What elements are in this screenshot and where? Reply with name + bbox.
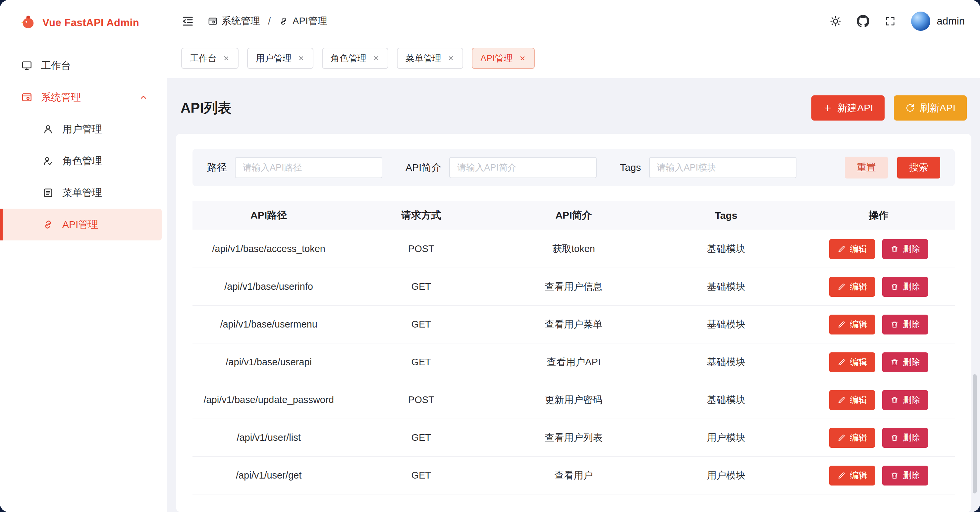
pencil-icon xyxy=(837,320,846,329)
tab-close-icon[interactable] xyxy=(519,55,526,62)
cell-summary: 获取token xyxy=(497,230,650,268)
edit-button-label: 编辑 xyxy=(850,243,867,255)
fullscreen-icon[interactable] xyxy=(885,16,896,27)
delete-button-label: 删除 xyxy=(903,356,920,368)
github-icon[interactable] xyxy=(857,15,869,27)
edit-button[interactable]: 编辑 xyxy=(829,428,875,448)
edit-button[interactable]: 编辑 xyxy=(829,277,875,297)
col-summary: API简介 xyxy=(497,201,650,230)
delete-button-label: 删除 xyxy=(903,470,920,481)
sidebar-collapse-icon[interactable] xyxy=(181,14,194,28)
cell-tags: 基础模块 xyxy=(650,381,802,419)
search-button[interactable]: 搜索 xyxy=(897,157,940,178)
trash-icon xyxy=(890,396,899,404)
pencil-icon xyxy=(837,358,846,367)
cell-actions: 编辑 删除 xyxy=(802,419,955,457)
tags-filter-input[interactable] xyxy=(649,157,797,178)
sidebar-menu: 工作台 系统管理 用户管理 xyxy=(0,40,167,512)
sidebar-item-label: 工作台 xyxy=(41,59,71,73)
cell-method: POST xyxy=(345,381,497,419)
tab[interactable]: 菜单管理 xyxy=(397,48,463,69)
sidebar-item-label: 系统管理 xyxy=(41,91,81,104)
sidebar-item-api[interactable]: API管理 xyxy=(0,208,162,240)
tab[interactable]: 用户管理 xyxy=(247,48,313,69)
tab-close-icon[interactable] xyxy=(372,55,380,62)
cell-tags: 基础模块 xyxy=(650,268,802,306)
tab-close-icon[interactable] xyxy=(298,55,305,62)
edit-button[interactable]: 编辑 xyxy=(829,239,875,259)
user-menu[interactable]: admin xyxy=(911,11,965,31)
delete-button[interactable]: 删除 xyxy=(882,315,928,334)
tab[interactable]: API管理 xyxy=(472,48,535,69)
edit-button[interactable]: 编辑 xyxy=(829,390,875,410)
api-table-body: /api/v1/base/access_token POST 获取token 基… xyxy=(192,230,955,495)
sidebar-item-roles[interactable]: 角色管理 xyxy=(0,145,162,177)
breadcrumb-separator: / xyxy=(268,16,270,27)
refresh-api-button[interactable]: 刷新API xyxy=(894,95,967,121)
create-api-button[interactable]: 新建API xyxy=(811,95,884,121)
cell-tags: 用户模块 xyxy=(650,419,802,457)
table-row: /api/v1/user/get GET 查看用户 用户模块 xyxy=(192,457,955,495)
cell-tags: 基础模块 xyxy=(650,343,802,381)
cell-api-path: /api/v1/base/userinfo xyxy=(192,268,345,306)
tab-close-icon[interactable] xyxy=(447,55,455,62)
cell-summary: 查看用户列表 xyxy=(497,419,650,457)
tab-close-icon[interactable] xyxy=(223,55,230,62)
api-table-head: API路径 请求方式 API简介 Tags 操作 xyxy=(192,201,955,230)
edit-button-label: 编辑 xyxy=(850,432,867,444)
delete-button[interactable]: 删除 xyxy=(882,352,928,372)
tab[interactable]: 工作台 xyxy=(181,48,239,69)
table-row: /api/v1/user/list GET 查看用户列表 用户模块 xyxy=(192,419,955,457)
tab[interactable]: 角色管理 xyxy=(322,48,388,69)
delete-button[interactable]: 删除 xyxy=(882,428,928,448)
sidebar-item-label: API管理 xyxy=(62,218,98,232)
trash-icon xyxy=(890,245,899,253)
trash-icon xyxy=(890,320,899,329)
cell-method: POST xyxy=(345,230,497,268)
api-link-icon xyxy=(278,16,289,26)
role-icon xyxy=(42,155,54,167)
col-tags: Tags xyxy=(650,201,802,230)
breadcrumb-label: 系统管理 xyxy=(222,14,260,28)
edit-button[interactable]: 编辑 xyxy=(829,315,875,334)
summary-filter-label: API简介 xyxy=(406,161,441,175)
edit-button[interactable]: 编辑 xyxy=(829,466,875,485)
menu-list-icon xyxy=(42,187,54,199)
col-method: 请求方式 xyxy=(345,201,497,230)
page-head: API列表 新建API 刷新API xyxy=(176,78,971,134)
delete-button[interactable]: 删除 xyxy=(882,277,928,297)
edit-button-label: 编辑 xyxy=(850,356,867,368)
delete-button[interactable]: 删除 xyxy=(882,390,928,410)
path-filter-input[interactable] xyxy=(235,157,382,178)
cell-api-path: /api/v1/base/userapi xyxy=(192,343,345,381)
delete-button[interactable]: 删除 xyxy=(882,239,928,259)
cell-method: GET xyxy=(345,419,497,457)
delete-button-label: 删除 xyxy=(903,394,920,406)
sidebar-item-workbench[interactable]: 工作台 xyxy=(0,50,162,81)
breadcrumb-item-system[interactable]: 系统管理 xyxy=(208,14,260,28)
edit-button[interactable]: 编辑 xyxy=(829,352,875,372)
sidebar-item-menus[interactable]: 菜单管理 xyxy=(0,177,162,208)
sidebar-item-users[interactable]: 用户管理 xyxy=(0,113,162,145)
page-actions: 新建API 刷新API xyxy=(811,95,967,121)
tags-filter-label: Tags xyxy=(620,162,641,173)
reset-button[interactable]: 重置 xyxy=(845,157,888,178)
trash-icon xyxy=(890,283,899,291)
cell-actions: 编辑 删除 xyxy=(802,230,955,268)
breadcrumb-item-api[interactable]: API管理 xyxy=(278,14,327,28)
cell-api-path: /api/v1/user/list xyxy=(192,419,345,457)
sidebar-item-system[interactable]: 系统管理 xyxy=(0,81,162,113)
api-card: 路径 API简介 Tags 重置 搜索 API路径 请求方式 AP xyxy=(176,134,971,512)
theme-sun-icon[interactable] xyxy=(830,15,842,27)
cell-summary: 查看用户信息 xyxy=(497,268,650,306)
cell-method: GET xyxy=(345,343,497,381)
cell-actions: 编辑 删除 xyxy=(802,306,955,343)
summary-filter-input[interactable] xyxy=(449,157,597,178)
user-icon xyxy=(42,124,54,135)
vertical-scrollbar-thumb[interactable] xyxy=(973,374,977,493)
delete-button[interactable]: 删除 xyxy=(882,466,928,485)
brand-title: Vue FastAPI Admin xyxy=(42,17,139,29)
path-filter-label: 路径 xyxy=(207,161,227,175)
edit-button-label: 编辑 xyxy=(850,394,867,406)
pencil-icon xyxy=(837,396,846,404)
